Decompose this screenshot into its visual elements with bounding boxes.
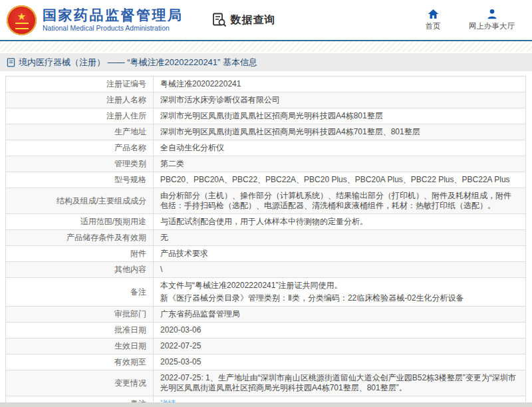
row-label: 有效期至 bbox=[6, 354, 154, 370]
row-value: 无 bbox=[154, 230, 526, 246]
agency-name-cn: 国家药品监督管理局 bbox=[43, 7, 184, 23]
table-row: 其他内容 \ bbox=[6, 262, 526, 278]
info-table: 注册证编号 粤械注准20202220241 注册人名称 深圳市活水床旁诊断仪器有… bbox=[5, 76, 526, 407]
row-value-line: 本文件与“粤械注准20202220241”注册证共同使用。 bbox=[160, 281, 519, 291]
row-label: 型号规格 bbox=[6, 172, 154, 188]
nav-service-hall[interactable]: 网上办事大厅 bbox=[469, 9, 515, 31]
table-row: 变更情况 2022-07-25: 1、生产地址由“深圳市南山区桃源街道留仙大道众… bbox=[6, 370, 526, 396]
table-row: 结构及组成/主要组成成分 由分析部分（主机）、操作部分（计算机系统）、结果输出部… bbox=[6, 188, 526, 214]
info-table-body: 注册证编号 粤械注准20202220241 注册人名称 深圳市活水床旁诊断仪器有… bbox=[6, 76, 526, 407]
data-query-label: 数据查询 bbox=[231, 13, 276, 27]
row-label: 产品名称 bbox=[6, 140, 154, 156]
table-row: 审批部门 广东省药品监督管理局 bbox=[6, 307, 526, 323]
row-label: 生效日期 bbox=[6, 339, 154, 354]
table-row: 注册证编号 粤械注准20202220241 bbox=[6, 76, 526, 92]
agency-name-en: National Medical Products Administration bbox=[43, 23, 184, 33]
row-value: 本文件与“粤械注准20202220241”注册证共同使用。新《医疗器械分类目录》… bbox=[154, 278, 526, 307]
row-value: \ bbox=[154, 262, 526, 278]
texture-strip bbox=[0, 41, 532, 52]
person-icon bbox=[487, 9, 497, 19]
data-query-nav[interactable]: 数据查询 bbox=[211, 12, 276, 28]
national-emblem-icon: ★ bbox=[7, 5, 37, 35]
row-value: 广东省药品监督管理局 bbox=[154, 307, 526, 323]
nav-home[interactable]: 首页 bbox=[417, 9, 449, 31]
footer-band bbox=[0, 402, 532, 407]
row-label: 注册人名称 bbox=[6, 92, 154, 108]
row-label: 注册证编号 bbox=[6, 76, 154, 92]
table-row: 批准日期 2020-03-06 bbox=[6, 323, 526, 339]
table-row: 产品名称 全自动生化分析仪 bbox=[6, 140, 526, 156]
home-icon bbox=[428, 9, 439, 19]
row-label: 审批部门 bbox=[6, 307, 154, 323]
row-label: 结构及组成/主要组成成分 bbox=[6, 188, 154, 214]
row-label: 附件 bbox=[6, 246, 154, 262]
row-label: 备注 bbox=[6, 278, 154, 307]
table-row: 有效期至 2025-03-05 bbox=[6, 354, 526, 370]
row-label: 注册人住所 bbox=[6, 108, 154, 124]
row-value: 2022-07-25: 1、生产地址由“深圳市南山区桃源街道留仙大道众创产业园B… bbox=[154, 370, 526, 396]
row-value: 粤械注准20202220241 bbox=[154, 76, 526, 92]
row-value: PBC20、PBC20A、PBC22、PBC22A、PBC20 Plus、PBC… bbox=[154, 172, 526, 188]
table-row: 生产地址 深圳市光明区凤凰街道凤凰社区招商局光明科技园A4栋701整层、801整… bbox=[6, 124, 526, 140]
site-header: ★ 国家药品监督管理局 National Medical Products Ad… bbox=[0, 0, 532, 41]
row-value: 2020-03-06 bbox=[154, 323, 526, 339]
row-value: 全自动生化分析仪 bbox=[154, 140, 526, 156]
row-label: 产品储存条件及有效期 bbox=[6, 230, 154, 246]
table-row: 型号规格 PBC20、PBC20A、PBC22、PBC22A、PBC20 Plu… bbox=[6, 172, 526, 188]
table-row: 注册人名称 深圳市活水床旁诊断仪器有限公司 bbox=[6, 92, 526, 108]
row-value: 深圳市光明区凤凰街道凤凰社区招商局光明科技园A4栋801整层 bbox=[154, 108, 526, 124]
row-label: 管理类别 bbox=[6, 156, 154, 172]
row-label: 变更情况 bbox=[6, 370, 154, 396]
agency-logo[interactable]: ★ 国家药品监督管理局 National Medical Products Ad… bbox=[7, 5, 184, 35]
row-value: 由分析部分（主机）、操作部分（计算机系统）、结果输出部分（打印机）、附件及耗材组… bbox=[154, 188, 526, 214]
breadcrumb-text: 境内医疗器械（注册） —— “粤械注准20202220241” 基本信息 bbox=[19, 57, 257, 68]
table-row: 注册人住所 深圳市光明区凤凰街道凤凰社区招商局光明科技园A4栋801整层 bbox=[6, 108, 526, 124]
table-row: 产品储存条件及有效期 无 bbox=[6, 230, 526, 246]
row-label: 其他内容 bbox=[6, 262, 154, 278]
table-row: 附件 产品技术要求 bbox=[6, 246, 526, 262]
row-label: 适用范围/预期用途 bbox=[6, 214, 154, 230]
row-value: 深圳市光明区凤凰街道凤凰社区招商局光明科技园A4栋701整层、801整层 bbox=[154, 124, 526, 140]
row-value-line: 新《医疗器械分类目录》管理类别：Ⅱ类，分类编码：22临床检验器械-02生化分析设… bbox=[160, 293, 519, 303]
agency-title-block: 国家药品监督管理局 National Medical Products Admi… bbox=[43, 7, 184, 33]
row-value: 产品技术要求 bbox=[154, 246, 526, 262]
nav-service-hall-label: 网上办事大厅 bbox=[469, 21, 515, 31]
row-value: 深圳市活水床旁诊断仪器有限公司 bbox=[154, 92, 526, 108]
row-value: 2025-03-05 bbox=[154, 354, 526, 370]
breadcrumb: 境内医疗器械（注册） —— “粤械注准20202220241” 基本信息 bbox=[0, 53, 532, 71]
table-row: 备注 本文件与“粤械注准20202220241”注册证共同使用。新《医疗器械分类… bbox=[6, 278, 526, 307]
table-row: 管理类别 第二类 bbox=[6, 156, 526, 172]
table-row: 生效日期 2022-07-25 bbox=[6, 339, 526, 354]
row-value: 第二类 bbox=[154, 156, 526, 172]
table-row: 适用范围/预期用途 与适配试剂配合使用，用于人体样本中待测物的定量分析。 bbox=[6, 214, 526, 230]
document-search-icon bbox=[211, 12, 227, 28]
nav-home-label: 首页 bbox=[426, 21, 441, 31]
row-value: 与适配试剂配合使用，用于人体样本中待测物的定量分析。 bbox=[154, 214, 526, 230]
table-wrap: 注册证编号 粤械注准20202220241 注册人名称 深圳市活水床旁诊断仪器有… bbox=[0, 71, 532, 407]
row-label: 批准日期 bbox=[6, 323, 154, 339]
top-nav: 首页 网上办事大厅 bbox=[417, 9, 523, 31]
page-icon bbox=[7, 58, 15, 67]
row-value: 2022-07-25 bbox=[154, 339, 526, 354]
row-label: 生产地址 bbox=[6, 124, 154, 140]
